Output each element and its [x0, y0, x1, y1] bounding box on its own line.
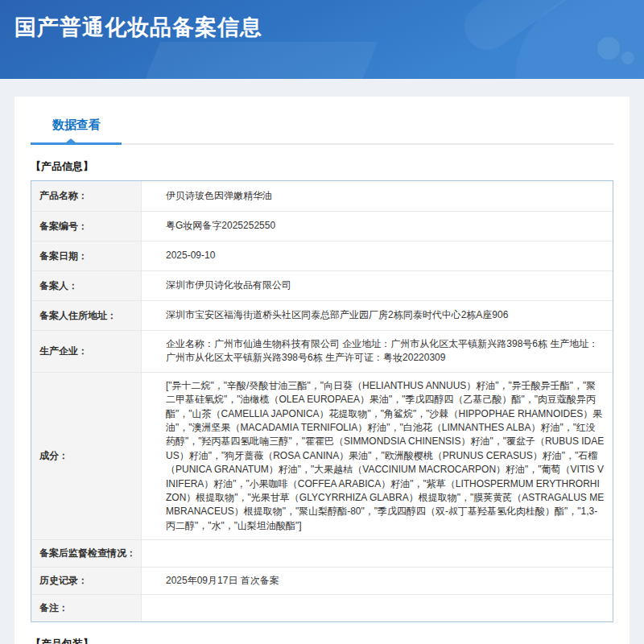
row-label: 备案人住所地址：	[31, 301, 142, 330]
table-row-registration-number: 备案编号： 粤G妆网备字2025252550	[31, 211, 613, 241]
row-label: 生产企业：	[31, 331, 142, 372]
row-label: 成分：	[31, 373, 142, 539]
table-row-product-name: 产品名称： 伊贝诗玻色因弹嫩精华油	[31, 181, 613, 211]
table-row-ingredients: 成分： ["异十二烷"，"辛酸/癸酸甘油三酯"，"向日葵（HELIANTHUS …	[31, 372, 613, 539]
product-info-table: 产品名称： 伊贝诗玻色因弹嫩精华油 备案编号： 粤G妆网备字2025252550…	[31, 180, 613, 622]
tab-active-underline	[31, 142, 122, 145]
table-row-supervision: 备案后监督检查情况：	[31, 539, 613, 567]
page-body: 数据查看 【产品信息】 产品名称： 伊贝诗玻色因弹嫩精华油 备案编号： 粤G妆网…	[0, 79, 644, 644]
row-value: ["异十二烷"，"辛酸/癸酸甘油三酯"，"向日葵（HELIANTHUS ANNU…	[142, 373, 613, 539]
packaging-heading: 【产品包装】	[31, 637, 613, 644]
tab-data-view[interactable]: 数据查看	[31, 118, 122, 145]
row-value: 深圳市宝安区福海街道桥头社区同泰总部产业园厂房2栋同泰时代中心2栋A座906	[142, 301, 613, 330]
row-value: 企业名称：广州市仙迪生物科技有限公司 企业地址：广州市从化区太平镇新兴路398号…	[142, 331, 613, 372]
content-card: 数据查看 【产品信息】 产品名称： 伊贝诗玻色因弹嫩精华油 备案编号： 粤G妆网…	[14, 97, 630, 644]
table-row-manufacturer: 生产企业： 企业名称：广州市仙迪生物科技有限公司 企业地址：广州市从化区太平镇新…	[31, 330, 613, 372]
row-value	[142, 540, 613, 567]
row-label: 备注：	[31, 595, 142, 621]
row-label: 备案编号：	[31, 212, 142, 241]
row-label: 备案人：	[31, 271, 142, 300]
row-value: 粤G妆网备字2025252550	[142, 212, 613, 241]
tab-data-view-label: 数据查看	[31, 118, 122, 142]
table-row-remarks: 备注：	[31, 594, 613, 621]
table-row-history: 历史记录： 2025年09月17日 首次备案	[31, 567, 613, 594]
row-value: 伊贝诗玻色因弹嫩精华油	[142, 181, 613, 211]
row-label: 备案日期：	[31, 242, 142, 270]
table-row-registrant: 备案人： 深圳市伊贝诗化妆品有限公司	[31, 270, 613, 300]
tab-bar: 数据查看	[31, 108, 613, 145]
row-value: 2025年09月17日 首次备案	[142, 568, 613, 594]
row-label: 历史记录：	[31, 568, 142, 594]
table-row-registration-date: 备案日期： 2025-09-10	[31, 241, 613, 270]
row-label: 备案后监督检查情况：	[31, 540, 142, 567]
row-value: 2025-09-10	[142, 242, 613, 270]
row-value: 深圳市伊贝诗化妆品有限公司	[142, 271, 613, 300]
row-value	[142, 595, 613, 621]
table-row-registrant-address: 备案人住所地址： 深圳市宝安区福海街道桥头社区同泰总部产业园厂房2栋同泰时代中心…	[31, 300, 613, 330]
page-header: 国产普通化妆品备案信息	[0, 0, 644, 79]
row-label: 产品名称：	[31, 181, 142, 211]
banner-decor-parallelogram	[138, 42, 378, 79]
tab-active-arrow-icon	[66, 138, 76, 142]
product-info-heading: 【产品信息】	[31, 159, 613, 174]
page-title: 国产普通化妆品备案信息	[0, 0, 644, 42]
